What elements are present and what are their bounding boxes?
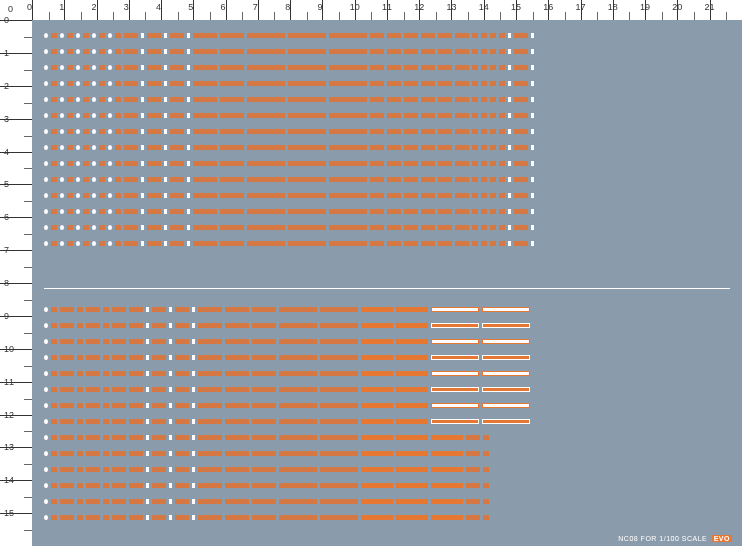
decal-mark [396,499,428,504]
decal-mark [279,355,317,360]
decal-mark [60,81,64,86]
decal-mark [147,209,161,214]
decal-mark [164,97,167,102]
decal-mark [169,323,172,328]
decal-mark [44,483,48,488]
decal-mark [247,129,285,134]
decal-mark [147,65,161,70]
decal-mark [499,97,505,102]
decal-mark [44,323,48,328]
decal-mark [112,387,126,392]
decal-mark [44,193,48,198]
decal-mark [76,145,80,150]
decal-mark [472,113,478,118]
decal-mark [60,323,74,328]
decal-mark [51,403,57,408]
decal-mark [141,129,144,134]
decal-mark [247,81,285,86]
decal-mark [288,145,326,150]
decal-mark [387,209,401,214]
decal-mark [247,65,285,70]
decal-mark [67,177,73,182]
decal-mark [141,65,144,70]
decal-mark [404,241,418,246]
decal-mark [51,499,57,504]
decal-mark [225,451,249,456]
decal-mark [329,193,367,198]
decal-mark [329,161,367,166]
decal-mark [170,161,184,166]
decal-mark [455,209,469,214]
decal-mark [51,33,57,38]
decal-mark [44,145,48,150]
decal-mark [387,113,401,118]
decal-mark [86,499,100,504]
decal-mark [51,193,57,198]
decal-mark [514,113,528,118]
decal-mark [147,241,161,246]
decal-mark [170,81,184,86]
decal-mark [431,307,479,312]
decal-mark [115,33,121,38]
decal-mark [146,339,149,344]
decal-mark [514,65,528,70]
decal-mark [169,419,172,424]
decal-mark [481,225,487,230]
decal-mark [115,145,121,150]
decal-mark [466,467,480,472]
decal-mark [44,113,48,118]
decal-mark [115,113,121,118]
decal-mark [252,307,276,312]
decal-mark [77,355,83,360]
decal-mark [187,193,190,198]
decal-mark [60,209,64,214]
decal-mark [164,193,167,198]
decal-mark [77,515,83,520]
decal-mark [124,49,138,54]
decal-mark [83,241,89,246]
decal-mark [279,483,317,488]
decal-mark [112,451,126,456]
decal-mark [67,161,73,166]
decal-mark [288,209,326,214]
decal-mark [44,355,48,360]
decal-mark [404,129,418,134]
decal-mark [198,323,222,328]
decal-mark [198,355,222,360]
decal-mark [472,97,478,102]
decal-mark [92,97,96,102]
decal-mark [508,129,511,134]
decal-mark [421,81,435,86]
decal-mark [152,467,166,472]
decal-mark [499,209,505,214]
decal-mark [92,145,96,150]
decal-mark [77,387,83,392]
decal-mark [490,129,496,134]
decal-row [44,174,730,184]
decal-mark [147,129,161,134]
decal-row [44,190,730,200]
decal-mark [438,177,452,182]
decal-mark [370,81,384,86]
decal-mark [193,241,217,246]
decal-row [44,336,730,346]
decal-row [44,30,730,40]
decal-mark [146,403,149,408]
decal-mark [108,129,112,134]
decal-mark [198,419,222,424]
decal-mark [361,419,393,424]
decal-mark [92,193,96,198]
decal-mark [387,225,401,230]
decal-mark [112,435,126,440]
decal-mark [198,307,222,312]
decal-mark [92,161,96,166]
decal-mark [51,241,57,246]
decal-mark [115,241,121,246]
decal-mark [431,515,463,520]
decal-mark [225,355,249,360]
decal-mark [438,161,452,166]
decal-mark [108,177,112,182]
decal-mark [438,65,452,70]
decal-mark [170,33,184,38]
decal-mark [129,371,143,376]
